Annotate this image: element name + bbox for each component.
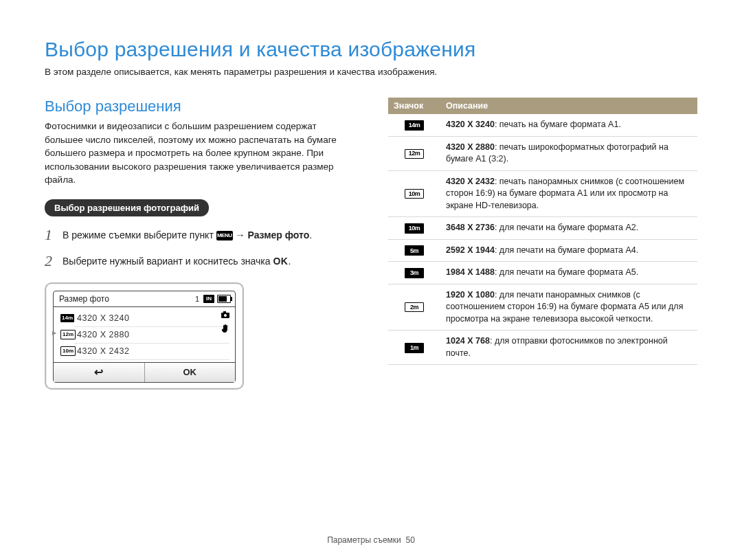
resolution-value: 2592 X 1944	[446, 245, 495, 255]
table-row: 1m1024 X 768: для отправки фотоснимков п…	[388, 331, 697, 365]
resolution-icon: 10m	[405, 189, 424, 199]
resolution-value: 3648 X 2736	[446, 223, 495, 232]
table-cell-desc: 3648 X 2736: для печати на бумаге формат…	[440, 217, 697, 240]
page: Выбор разрешения и качества изображения …	[0, 0, 742, 560]
device-header: Размер фото 1 IN	[54, 291, 235, 307]
resolution-icon: 12m	[405, 149, 424, 159]
page-footer: Параметры съемки 50	[0, 535, 742, 545]
table-row: 3m1984 X 1488: для печати на бумаге форм…	[388, 262, 697, 284]
resolution-icon: 2m	[405, 302, 424, 312]
table-row: 12m4320 X 2880: печать широкоформатных ф…	[388, 136, 697, 170]
steps-list: 1 В режиме съемки выберите пункт MENU → …	[45, 226, 347, 270]
left-column: Выбор разрешения Фотоснимки и видеозапис…	[45, 98, 347, 390]
resolution-value: 4320 X 2880	[77, 330, 129, 339]
resolution-value: 1920 X 1080	[446, 290, 495, 300]
table-cell-desc: 1024 X 768: для отправки фотоснимков по …	[440, 331, 697, 365]
footer-section: Параметры съемки	[327, 535, 401, 545]
table-cell-icon: 5m	[388, 239, 440, 262]
table-cell-desc: 1984 X 1488: для печати на бумаге формат…	[440, 262, 697, 284]
svg-rect-1	[223, 311, 226, 313]
table-header-icon: Значок	[388, 98, 440, 114]
step-text: Выберите нужный вариант и коснитесь знач…	[63, 256, 347, 267]
footer-page-number: 50	[406, 535, 415, 545]
resolution-desc: : печать на бумаге формата A1.	[495, 120, 621, 129]
resolution-value: 4320 X 3240	[446, 120, 495, 129]
step-dot: .	[309, 229, 312, 240]
back-button[interactable]: ↩	[54, 363, 145, 382]
table-cell-desc: 1920 X 1080: для печати панорамных снимк…	[440, 284, 697, 331]
device-body: 14m 4320 X 3240 12m 4320 X 2880 10m 4320…	[54, 307, 235, 362]
device-footer: ↩ OK	[54, 362, 235, 382]
table-header-desc: Описание	[440, 98, 697, 114]
step-arrow: →	[236, 229, 245, 240]
resolution-value: 4320 X 2880	[446, 142, 495, 152]
device-header-icons: 1 IN	[195, 295, 231, 303]
table-cell-icon: 2m	[388, 284, 440, 331]
table-cell-icon: 10m	[388, 170, 440, 217]
resolution-table: Значок Описание 14m4320 X 3240: печать н…	[388, 98, 697, 365]
resolution-value: 1024 X 768	[446, 336, 490, 346]
table-row: 10m4320 X 2432: печать панорамных снимко…	[388, 170, 697, 217]
table-cell-icon: 3m	[388, 262, 440, 284]
resolution-tag-icon: 14m	[60, 314, 74, 322]
table-cell-icon: 14m	[388, 114, 440, 136]
table-row: 10m3648 X 2736: для печати на бумаге фор…	[388, 217, 697, 240]
resolution-tag-icon: 12m	[60, 330, 76, 339]
menu-icon: MENU	[216, 231, 233, 240]
step-1: 1 В режиме съемки выберите пункт MENU → …	[45, 226, 347, 244]
table-cell-icon: 12m	[388, 136, 440, 170]
columns: Выбор разрешения Фотоснимки и видеозапис…	[45, 98, 697, 390]
section-body: Фотоснимки и видеозаписи с большим разре…	[45, 120, 347, 187]
table-cell-icon: 1m	[388, 331, 440, 365]
right-column: Значок Описание 14m4320 X 3240: печать н…	[388, 98, 697, 390]
step-number: 1	[45, 226, 63, 244]
table-row: 5m2592 X 1944: для печати на бумаге форм…	[388, 239, 697, 262]
resolution-icon: 5m	[405, 245, 424, 256]
battery-icon	[217, 295, 231, 303]
device-inner: Размер фото 1 IN 14m 4320 X 3240	[53, 291, 236, 383]
device-row[interactable]: 10m 4320 X 2432	[54, 343, 235, 359]
resolution-desc: : для печати на бумаге формата A5.	[495, 267, 638, 277]
device-row[interactable]: 14m 4320 X 3240	[54, 310, 235, 326]
step-prefix: В режиме съемки выберите пункт	[63, 229, 216, 240]
page-title: Выбор разрешения и качества изображения	[45, 38, 697, 61]
svg-point-2	[224, 314, 227, 317]
step-number: 2	[45, 252, 63, 270]
table-row: 14m4320 X 3240: печать на бумаге формата…	[388, 114, 697, 136]
resolution-icon: 10m	[405, 223, 424, 234]
resolution-value: 4320 X 2432	[446, 177, 495, 186]
ok-button[interactable]: OK	[145, 363, 236, 382]
table-cell-icon: 10m	[388, 217, 440, 240]
camera-icon	[220, 310, 231, 320]
device-mock: Размер фото 1 IN 14m 4320 X 3240	[45, 282, 244, 390]
step-prefix: Выберите нужный вариант и коснитесь знач…	[63, 256, 273, 267]
resolution-icon: 14m	[405, 120, 424, 131]
device-title: Размер фото	[59, 294, 195, 304]
table-cell-desc: 2592 X 1944: для печати на бумаге формат…	[440, 239, 697, 262]
resolution-value: 1984 X 1488	[446, 267, 495, 277]
step-2: 2 Выберите нужный вариант и коснитесь зн…	[45, 252, 347, 270]
page-subtitle: В этом разделе описывается, как менять п…	[45, 67, 697, 77]
device-side-icons	[220, 310, 231, 333]
resolution-desc: : для печати на бумаге формата A2.	[495, 223, 638, 232]
resolution-value: 4320 X 3240	[77, 313, 129, 323]
table-cell-desc: 4320 X 3240: печать на бумаге формата A1…	[440, 114, 697, 136]
storage-icon: IN	[203, 295, 214, 303]
device-row[interactable]: 12m 4320 X 2880	[54, 326, 235, 343]
step-bold: Размер фото	[248, 229, 310, 240]
table-cell-desc: 4320 X 2432: печать панорамных снимков (…	[440, 170, 697, 217]
resolution-tag-icon: 10m	[60, 346, 76, 356]
resolution-value: 4320 X 2432	[77, 346, 129, 356]
hand-icon	[220, 324, 231, 333]
subsection-pill: Выбор разрешения фотографий	[45, 199, 209, 216]
section-title: Выбор разрешения	[45, 98, 347, 115]
table-row: 2m1920 X 1080: для печати панорамных сни…	[388, 284, 697, 331]
step-dot: .	[288, 256, 291, 267]
device-header-count: 1	[195, 295, 199, 303]
resolution-icon: 3m	[405, 268, 424, 278]
ok-icon: OK	[273, 256, 288, 267]
table-cell-desc: 4320 X 2880: печать широкоформатных фото…	[440, 136, 697, 170]
step-text: В режиме съемки выберите пункт MENU → Ра…	[63, 229, 347, 240]
resolution-icon: 1m	[405, 343, 424, 353]
resolution-table-body: 14m4320 X 3240: печать на бумаге формата…	[388, 114, 697, 365]
